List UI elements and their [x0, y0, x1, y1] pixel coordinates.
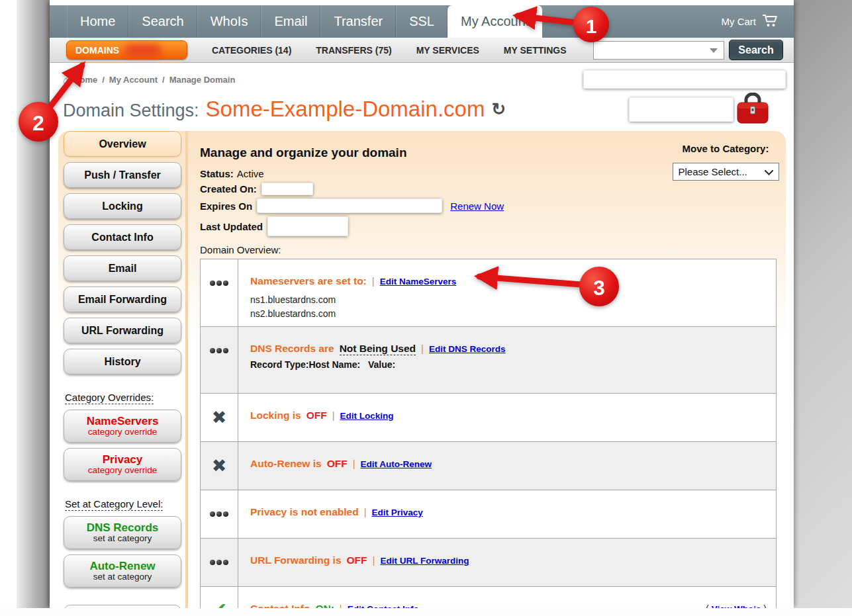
separator: |	[332, 410, 335, 421]
row-icon-cell	[201, 490, 238, 538]
sidebar-item-push-transfer[interactable]: Push / Transfer	[64, 162, 181, 188]
status-value: Active	[237, 168, 264, 179]
tab-whois[interactable]: WhoIs	[197, 5, 261, 38]
search-combobox[interactable]	[593, 41, 724, 60]
content-panel: Overview Push / Transfer Locking Contact…	[58, 131, 786, 608]
override-subtitle: category override	[64, 427, 181, 437]
edit-nameservers-link[interactable]: Edit NameServers	[380, 277, 457, 286]
screenshot-stage: Home Search WhoIs Email Transfer SSL My …	[0, 0, 852, 616]
nameserver-1: ns1.bluestardns.com	[250, 294, 336, 305]
sidebar-item-url-forwarding[interactable]: URL Forwarding	[64, 318, 181, 343]
redaction-box	[267, 216, 348, 236]
tab-transfer[interactable]: Transfer	[320, 5, 396, 38]
row-icon-cell	[201, 539, 238, 586]
dots-icon	[210, 511, 228, 517]
toolbox-icon[interactable]	[735, 93, 770, 128]
separator: |	[364, 506, 367, 517]
override-title: NameServers	[64, 416, 181, 427]
expires-label: Expires On	[200, 200, 252, 212]
left-gutter	[17, 0, 50, 608]
domain-overview-table: Nameservers are set to: | Edit NameServe…	[200, 259, 777, 616]
refresh-icon[interactable]: ↻	[491, 99, 506, 120]
sidebar-item-history[interactable]: History	[64, 349, 181, 374]
status-label: Status:	[200, 168, 234, 179]
tab-ssl[interactable]: SSL	[396, 5, 448, 38]
row-icon-cell	[201, 327, 238, 393]
redaction-box	[583, 70, 786, 89]
my-cart-button[interactable]: My Cart	[722, 5, 780, 38]
domains-label: DOMAINS	[75, 45, 119, 56]
subnav-tab-categories[interactable]: CATEGORIES (14)	[212, 45, 291, 56]
tab-search[interactable]: Search	[128, 5, 197, 38]
page-title-domain: Some-Example-Domain.com	[206, 97, 485, 122]
row-status-off: OFF	[347, 554, 367, 566]
separator: |	[353, 458, 355, 469]
move-to-category: Move to Category: Please Select...	[669, 143, 782, 181]
edit-url-forwarding-link[interactable]: Edit URL Forwarding	[380, 556, 469, 566]
right-gutter	[794, 0, 852, 608]
subnav-tab-my-settings[interactable]: MY SETTINGS	[504, 45, 567, 56]
dropdown-arrow-icon	[710, 48, 718, 53]
override-subtitle: category override	[64, 466, 181, 476]
sidebar-item-email-forwarding[interactable]: Email Forwarding	[64, 286, 181, 312]
dots-icon	[210, 281, 228, 286]
tab-home[interactable]: Home	[67, 5, 128, 38]
search-button[interactable]: Search	[729, 40, 783, 60]
home-icon: ⌂	[63, 74, 69, 85]
edit-dns-records-link[interactable]: Edit DNS Records	[429, 344, 506, 354]
override-title: Privacy	[64, 454, 181, 466]
subnav-tab-transfers[interactable]: TRANSFERS (75)	[316, 45, 391, 56]
tab-email[interactable]: Email	[261, 5, 320, 38]
table-row-privacy: Privacy is not enabled | Edit Privacy	[201, 490, 776, 538]
sidebar-item-dns-records-category[interactable]: DNS Records set at category	[64, 516, 181, 549]
breadcrumb: ⌂ Home / My Account / Manage Domain	[63, 74, 235, 85]
sidebar-item-email[interactable]: Email	[64, 255, 181, 281]
row-status-off: OFF	[307, 410, 327, 421]
breadcrumb-current: Manage Domain	[169, 75, 236, 85]
category-overrides-heading: Category Overrides:	[65, 392, 154, 404]
sidebar-item-locking[interactable]: Locking	[64, 193, 181, 219]
edit-locking-link[interactable]: Edit Locking	[340, 411, 394, 421]
row-icon-cell: ✖	[201, 442, 238, 490]
sidebar-item-contact-info[interactable]: Contact Info	[64, 224, 181, 250]
domain-overview-label: Domain Overview:	[200, 244, 777, 255]
category-select[interactable]: Please Select...	[673, 163, 779, 181]
renew-now-link[interactable]: Renew Now	[450, 200, 504, 212]
subnav-tab-my-services[interactable]: MY SERVICES	[416, 45, 479, 56]
dots-icon	[210, 348, 228, 353]
edit-privacy-link[interactable]: Edit Privacy	[372, 507, 423, 517]
updated-line: Last Updated	[200, 216, 777, 236]
table-row-auto-renew: ✖ Auto-Renew is OFF | Edit Auto-Renew	[201, 441, 776, 490]
browser-page: Home Search WhoIs Email Transfer SSL My …	[50, 0, 794, 608]
sidebar-item-auto-renew-category[interactable]: Auto-Renew set at category	[64, 554, 181, 588]
created-line: Created On:	[200, 183, 777, 195]
subnav-tab-domains[interactable]: DOMAINS	[66, 40, 187, 60]
breadcrumb-home[interactable]: Home	[73, 75, 97, 85]
nameserver-list: ns1.bluestardns.com ns2.bluestardns.com	[250, 293, 767, 321]
row-emphasis: Not Being Used	[340, 343, 416, 355]
move-to-category-label: Move to Category:	[669, 143, 782, 154]
x-icon: ✖	[212, 457, 227, 475]
row-title: DNS Records are	[250, 343, 334, 355]
edit-auto-renew-link[interactable]: Edit Auto-Renew	[361, 459, 432, 469]
redaction-box	[629, 97, 734, 122]
created-label: Created On:	[200, 183, 257, 195]
breadcrumb-separator: /	[102, 75, 105, 85]
nameserver-2: ns2.bluestardns.com	[250, 308, 336, 319]
table-row-nameservers: Nameservers are set to: | Edit NameServe…	[201, 259, 776, 326]
page-title: Domain Settings: Some-Example-Domain.com…	[63, 97, 506, 122]
cart-icon	[762, 13, 779, 30]
tab-my-account[interactable]: My Account	[448, 5, 542, 38]
table-row-locking: ✖ Locking is OFF | Edit Locking	[201, 393, 776, 441]
breadcrumb-separator: /	[162, 75, 165, 85]
sidebar-item-privacy-override[interactable]: Privacy category override	[64, 448, 181, 481]
sidebar-item-overview[interactable]: Overview	[64, 131, 181, 157]
bottom-gutter	[0, 608, 852, 616]
chevron-down-icon	[765, 166, 773, 177]
dots-icon	[210, 560, 228, 565]
breadcrumb-my-account[interactable]: My Account	[109, 75, 158, 85]
page-title-prefix: Domain Settings:	[63, 101, 199, 121]
updated-label: Last Updated	[200, 221, 263, 232]
sidebar-item-nameservers-override[interactable]: NameServers category override	[64, 410, 181, 443]
account-sub-navigation: DOMAINS CATEGORIES (14) TRANSFERS (75) M…	[50, 38, 794, 63]
